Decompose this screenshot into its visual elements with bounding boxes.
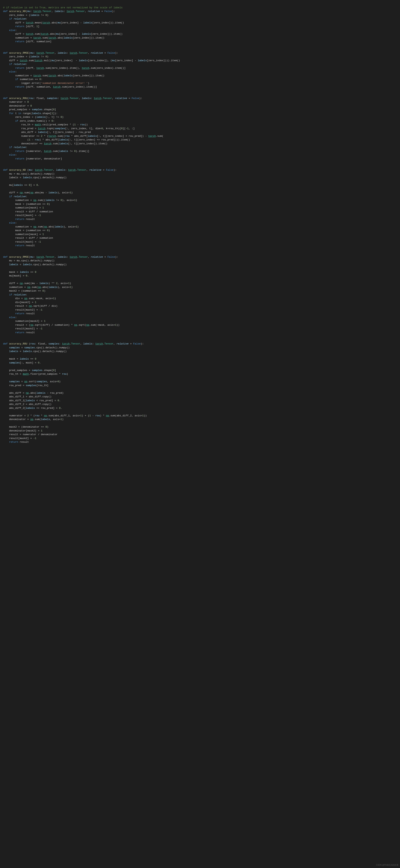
code-content: # if relative is set to True, metrics ar… [3, 2, 397, 444]
watermark: CSDN @PD相互间的距离 [376, 864, 398, 866]
